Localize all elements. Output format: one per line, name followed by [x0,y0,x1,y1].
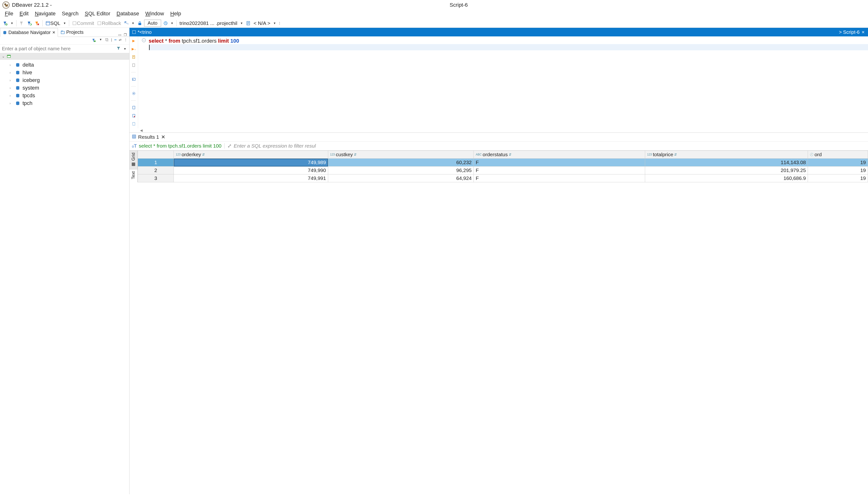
column-totalprice[interactable]: 123totalprice⇵ [645,151,808,159]
menu-search[interactable]: Search [62,11,79,17]
commit-button[interactable]: Commit [71,20,95,26]
lock-icon[interactable] [137,20,143,26]
sort-icon[interactable]: ⇵ [354,152,357,157]
cell-custkey[interactable]: 60,232 [328,159,474,167]
chevron-right-icon[interactable]: › [10,94,13,98]
sql-editor-dropdown[interactable]: ▼ [62,22,67,25]
menu-help[interactable]: Help [170,11,181,17]
new-connection-button[interactable] [2,20,9,26]
sql-editor-button[interactable]: SQL [45,20,61,26]
chevron-right-icon[interactable]: › [10,78,13,82]
cell-custkey[interactable]: 64,924 [328,174,474,182]
save-script-icon[interactable] [131,113,136,118]
tab-projects[interactable]: Projects [58,28,86,37]
history-button[interactable] [162,20,169,26]
minimize-icon[interactable]: ▭ [118,33,121,37]
column-orderstatus[interactable]: ABCorderstatus⇵ [474,151,645,159]
new-connection-menu[interactable]: ▼ [98,38,103,43]
column-orderdate[interactable]: 🕘ord [808,151,868,159]
cell-orderdate[interactable]: 19 [808,174,868,182]
chevron-right-icon[interactable]: › [10,71,13,75]
menu-edit[interactable]: Edit [20,11,28,17]
menu-window[interactable]: Window [145,11,164,17]
history-dropdown[interactable]: ▼ [170,22,175,25]
catalog-item-iceberg[interactable]: › iceberg [0,77,129,84]
chevron-right-icon[interactable]: › [10,86,13,90]
rollback-button[interactable]: Rollback [96,20,122,26]
new-connection-icon[interactable] [92,38,96,43]
cell-orderstatus[interactable]: F [474,167,645,174]
load-script-icon[interactable] [131,122,136,126]
connection-root-row[interactable]: ⌄ [0,53,129,60]
catalog-item-system[interactable]: › system [0,84,129,92]
editor-tab-trino[interactable]: *<trino [129,30,154,35]
cell-custkey[interactable]: 96,295 [328,167,474,174]
new-connection-dropdown[interactable]: ▼ [10,22,14,25]
row-number[interactable]: 1 [138,159,174,167]
catalog-item-tpch[interactable]: › tpch [0,100,129,107]
connection-selector[interactable]: trino2022081 ... .projecthil [179,20,238,26]
filter-dropdown[interactable]: ▼ [122,47,127,50]
results-filter-input[interactable]: Enter a SQL expression to filter resul [234,143,866,149]
chevron-right-icon[interactable]: › [10,101,13,105]
new-script-icon[interactable] [131,105,136,110]
close-icon[interactable]: ✕ [52,30,55,35]
fold-toggle-icon[interactable]: − [142,38,146,42]
catalog-item-hive[interactable]: › hive [0,69,129,77]
settings-icon[interactable] [131,91,136,96]
execute-statement-icon[interactable]: ▶ [131,38,136,43]
transaction-mode-button[interactable] [123,20,130,26]
row-number[interactable]: 3 [138,174,174,182]
cell-totalprice[interactable]: 160,686.9 [645,174,808,182]
close-icon[interactable]: ✕ [161,134,165,140]
editor-scroll-left-icon[interactable]: ◀ [129,128,868,133]
cell-orderkey[interactable]: 749,989 [174,159,328,167]
new-folder-icon[interactable]: ⿻ [105,38,109,43]
autocommit-toggle[interactable]: Auto [144,20,161,26]
disconnect-button[interactable] [34,20,40,26]
cell-orderdate[interactable]: 19 [808,159,868,167]
cell-totalprice[interactable]: 114,143.08 [645,159,808,167]
navigator-filter-input[interactable] [0,45,115,53]
results-table[interactable]: 123orderkey⇵ 123custkey⇵ ABCorderstatus⇵… [138,150,868,182]
results-view-grid[interactable]: ▦ Grid [129,150,138,169]
table-row[interactable]: 3 749,991 64,924 F 160,686.9 19 [138,174,868,182]
catalog-item-tpcds[interactable]: › tpcds [0,92,129,100]
select-all-icon[interactable]: ₀T [132,143,137,149]
reconnect-button[interactable] [26,20,33,26]
cell-orderkey[interactable]: 749,991 [174,174,328,182]
expand-filter-icon[interactable]: ⤢ [227,143,232,149]
menu-sql-editor[interactable]: SQL Editor [85,11,110,17]
cell-orderstatus[interactable]: F [474,174,645,182]
results-tab[interactable]: Results 1 ✕ [138,134,165,140]
view-menu-icon[interactable]: ⋮ [124,38,127,43]
execute-new-tab-icon[interactable]: ▶₊ [131,46,136,51]
cell-orderdate[interactable]: 19 [808,167,868,174]
collapse-icon[interactable]: ━ [115,38,116,43]
show-output-icon[interactable] [131,77,136,82]
sort-icon[interactable]: ⇵ [509,152,512,157]
schema-selector[interactable]: < N/A > [253,20,271,26]
catalog-item-delta[interactable]: › delta [0,61,129,69]
sort-icon[interactable]: ⇵ [202,152,205,157]
results-view-text[interactable]: Text [129,169,138,181]
transaction-mode-dropdown[interactable]: ▼ [131,22,136,25]
tab-database-navigator[interactable]: Database Navigator ✕ [0,28,58,37]
row-number[interactable]: 2 [138,167,174,174]
execute-script-icon[interactable] [131,55,136,59]
grid-corner[interactable] [138,151,174,159]
connect-button[interactable] [19,20,25,26]
cell-totalprice[interactable]: 201,979.25 [645,167,808,174]
editor-tab-script[interactable]: > Script-6 ✕ [836,30,868,35]
menu-database[interactable]: Database [117,11,139,17]
table-row[interactable]: 1 749,989 60,232 F 114,143.08 19 [138,159,868,167]
filter-icon[interactable] [116,46,121,52]
sort-icon[interactable]: ⇵ [674,152,677,157]
explain-plan-icon[interactable] [131,63,136,68]
schema-dropdown[interactable]: ▼ [272,22,277,25]
column-custkey[interactable]: 123custkey⇵ [328,151,474,159]
column-orderkey[interactable]: 123orderkey⇵ [174,151,328,159]
chevron-down-icon[interactable]: ⌄ [2,54,5,58]
maximize-icon[interactable]: ❐ [124,33,127,37]
link-editor-icon[interactable]: ⇄ [119,38,121,43]
